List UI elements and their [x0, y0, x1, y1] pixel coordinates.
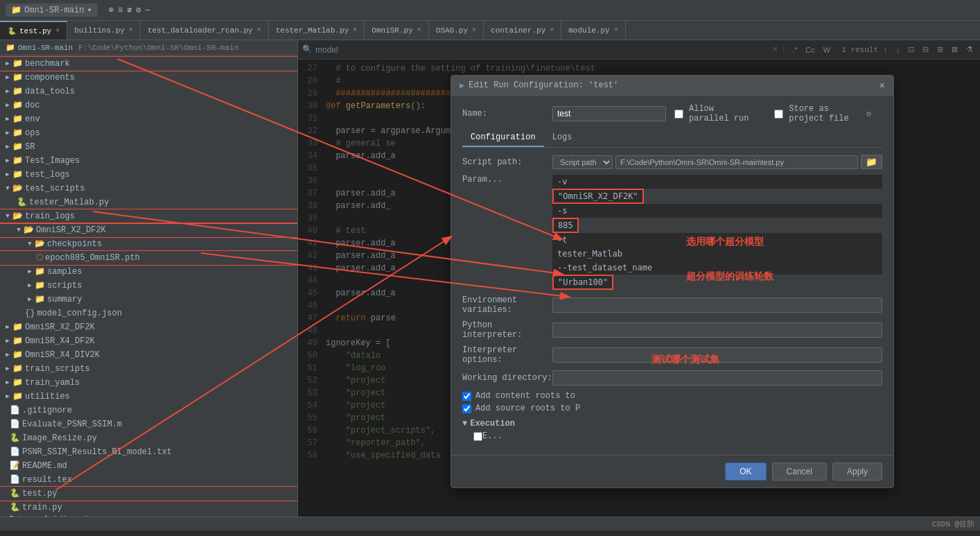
item-label: epoch885_OmniSR.pth — [45, 252, 140, 264]
add-source-roots-checkbox[interactable] — [462, 404, 471, 413]
sidebar-item-summary[interactable]: ▶ 📁 summary — [0, 293, 297, 306]
toolbar-icon-1[interactable]: ⊕ — [109, 5, 114, 15]
param-v: -v — [552, 175, 882, 189]
sidebar-item-epoch885[interactable]: ⬡ epoch885_OmniSR.pth — [0, 251, 297, 265]
folder-icon: 📁 — [12, 155, 23, 167]
sidebar-item-data-tools[interactable]: ▶ 📁 data_tools — [0, 85, 297, 98]
tex-file-icon: 📄 — [10, 474, 20, 486]
sidebar-item-test-logs[interactable]: ▶ 📁 test_logs — [0, 168, 297, 182]
sidebar-item-omnisr-x2-df2k-train[interactable]: ▼ 📂 OmniSR_X2_DF2K — [0, 223, 297, 237]
param-dataset: "Urban100" — [552, 275, 613, 290]
tab-osag[interactable]: OSAG.py × — [429, 21, 484, 40]
tab-close-btn[interactable]: × — [614, 26, 618, 34]
toolbar-icon-2[interactable]: ≡ — [118, 6, 123, 15]
tab-container[interactable]: container.py × — [484, 21, 561, 40]
store-project-checkbox[interactable] — [774, 110, 783, 119]
sidebar-item-omnisr-x4-df2k[interactable]: ▶ 📁 OmniSR_X4_DF2K — [0, 334, 297, 348]
project-selector[interactable]: 📁 Omni-SR-main ▾ — [6, 3, 98, 17]
dialog-tab-logs[interactable]: Logs — [544, 129, 581, 147]
sidebar-item-test-py[interactable]: 🐍 test.py — [0, 487, 297, 501]
add-content-roots-checkbox[interactable] — [462, 392, 471, 401]
interp-options-input[interactable] — [552, 347, 882, 363]
json-file-icon: {} — [25, 307, 35, 320]
sidebar-item-train-yamls[interactable]: ▶ 📁 train_yamls — [0, 376, 297, 390]
sidebar-item-scripts[interactable]: ▶ 📁 scripts — [0, 279, 297, 293]
tab-close-btn[interactable]: × — [129, 26, 133, 34]
sidebar-item-samples[interactable]: ▶ 📁 samples — [0, 265, 297, 279]
tab-dataloader[interactable]: test_dataloader_rcan.py × — [141, 21, 269, 40]
sidebar-item-ext-libraries[interactable]: ⠿ External Libraries — [0, 515, 297, 517]
apply-button[interactable]: Apply — [832, 462, 882, 481]
chevron-icon: ▶ — [3, 58, 12, 70]
chevron-icon: ▶ — [3, 127, 12, 139]
sidebar-item-train-scripts[interactable]: ▶ 📁 train_scripts — [0, 362, 297, 376]
name-input[interactable] — [552, 106, 666, 121]
py-icon: 🐍 — [7, 26, 17, 36]
sidebar-item-utilities[interactable]: ▶ 📁 utilities — [0, 390, 297, 404]
cancel-button[interactable]: Cancel — [772, 462, 827, 481]
sidebar-item-test-images[interactable]: ▶ 📁 Test_Images — [0, 154, 297, 168]
dialog-tab-configuration[interactable]: Configuration — [462, 129, 544, 147]
env-vars-label: Environment variables: — [462, 295, 552, 315]
sidebar-item-env[interactable]: ▶ 📁 env — [0, 112, 297, 126]
sidebar-item-sr[interactable]: ▶ 📁 SR — [0, 140, 297, 154]
tab-close-btn[interactable]: × — [472, 26, 476, 34]
toolbar-icon-5[interactable]: — — [146, 6, 150, 15]
emulate-terminal-checkbox[interactable] — [473, 432, 482, 441]
tab-omnisr[interactable]: OmniSR.py × — [365, 21, 428, 40]
project-icon: 📁 — [11, 5, 21, 15]
sidebar-item-checkpoints[interactable]: ▼ 📂 checkpoints — [0, 237, 297, 251]
execution-section-header[interactable]: ▼ Execution — [462, 416, 882, 431]
file-icon: 📄 — [10, 404, 20, 417]
sidebar-item-model-config[interactable]: {} model_config.json — [0, 306, 297, 320]
toolbar-icon-4[interactable]: ⚙ — [136, 5, 141, 15]
sidebar-item-evaluate[interactable]: 📄 Evaluate_PSNR_SSIM.m — [0, 417, 297, 431]
toolbar-icon-3[interactable]: ≢ — [127, 5, 132, 15]
sidebar-item-psnr-results[interactable]: 📄 PSNR_SSIM_Results_BI_model.txt — [0, 445, 297, 459]
item-label: train_yamls — [25, 377, 80, 389]
project-folder-icon: 📁 — [6, 43, 15, 52]
tab-tester-matlab[interactable]: tester_Matlab.py × — [269, 21, 365, 40]
ok-button[interactable]: OK — [725, 462, 766, 481]
sidebar-item-gitignore[interactable]: 📄 .gitignore — [0, 404, 297, 417]
tab-close-btn[interactable]: × — [417, 26, 421, 34]
script-path-input[interactable] — [615, 155, 858, 169]
sidebar-item-ops[interactable]: ▶ 📁 ops — [0, 126, 297, 140]
allow-parallel-checkbox[interactable] — [674, 110, 683, 119]
script-path-browse-btn[interactable]: 📁 — [861, 155, 882, 169]
sidebar-item-doc[interactable]: ▶ 📁 doc — [0, 98, 297, 112]
sidebar-item-readme[interactable]: 📝 README.md — [0, 459, 297, 473]
sidebar-item-image-resize[interactable]: 🐍 Image_Resize.py — [0, 431, 297, 445]
tab-close-btn[interactable]: × — [353, 26, 357, 34]
tab-test-py[interactable]: 🐍 test.py × — [0, 21, 67, 40]
dialog-close-button[interactable]: × — [880, 80, 885, 91]
py-file-icon: 🐍 — [10, 501, 20, 514]
env-vars-input[interactable] — [552, 297, 882, 313]
sidebar-item-omnisr-x2-df2k[interactable]: ▶ 📁 OmniSR_X2_DF2K — [0, 320, 297, 334]
working-dir-input[interactable] — [552, 370, 882, 386]
interpreter-input[interactable] — [552, 322, 882, 338]
sidebar-item-train-logs[interactable]: ▼ 📂 train_logs — [0, 209, 297, 223]
tab-module[interactable]: module.py × — [561, 21, 625, 40]
chevron-down-icon: ▼ — [462, 419, 467, 429]
tab-label: test.py — [19, 27, 51, 35]
sidebar-item-omnisr-x4-div2k[interactable]: ▶ 📁 OmniSR_X4_DIV2K — [0, 348, 297, 362]
sidebar-item-test-scripts[interactable]: ▼ 📂 test_scripts — [0, 182, 297, 196]
item-label: utilities — [25, 390, 70, 403]
chevron-icon: ▶ — [3, 71, 12, 84]
sidebar-item-benchmark[interactable]: ▶ 📁 benchmark — [0, 57, 297, 71]
tab-close-btn[interactable]: × — [550, 26, 554, 34]
sidebar-item-tester-matlab[interactable]: 🐍 tester_Matlab.py — [0, 196, 297, 209]
tab-builtins[interactable]: builtins.py × — [67, 21, 141, 40]
item-label: env — [25, 113, 40, 126]
sidebar-item-components[interactable]: ▶ 📁 components — [0, 71, 297, 85]
add-content-roots-row: Add content roots to — [462, 391, 882, 401]
tab-close-btn[interactable]: × — [55, 27, 60, 35]
folder-icon: 📂 — [24, 224, 34, 236]
dialog-overlay: ▶ Edit Run Configuration: 'test' × Name: — [298, 40, 980, 517]
tab-close-btn[interactable]: × — [257, 26, 261, 34]
params-label: Param... — [462, 175, 552, 184]
sidebar-item-train-py[interactable]: 🐍 train.py — [0, 501, 297, 515]
sidebar-item-result-tex[interactable]: 📄 result.tex — [0, 473, 297, 487]
script-path-dropdown[interactable]: Script path — [552, 155, 613, 169]
